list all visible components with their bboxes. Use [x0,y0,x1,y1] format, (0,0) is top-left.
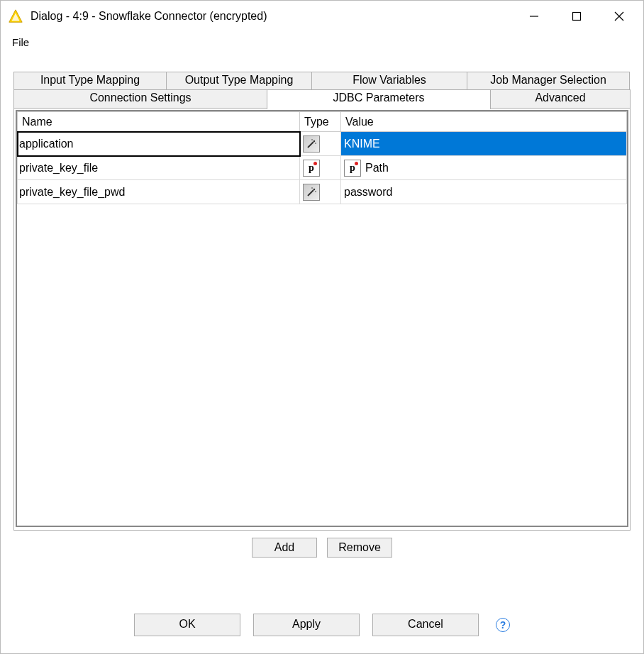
cell-type[interactable] [300,132,341,156]
value-text: KNIME [344,138,380,150]
remove-button[interactable]: Remove [327,538,392,558]
header-value[interactable]: Value [341,112,627,132]
header-name[interactable]: Name [18,112,300,132]
tab-connection-settings[interactable]: Connection Settings [13,89,267,109]
tab-bar: Input Type Mapping Output Type Mapping F… [13,72,631,109]
wand-icon [303,135,320,153]
title-bar: Dialog - 4:9 - Snowflake Connector (encr… [1,1,643,32]
table-header-row: Name Type Value [18,112,627,132]
svg-point-7 [313,140,315,141]
dialog-footer: OK Apply Cancel ? [1,614,643,636]
cancel-button[interactable]: Cancel [372,614,479,636]
table-row[interactable]: private_key_file Path [18,156,627,180]
path-value-icon [344,160,361,177]
path-type-icon [303,160,320,177]
dialog-content: Input Type Mapping Output Type Mapping F… [13,72,631,582]
cell-type[interactable] [300,180,341,204]
parameters-table[interactable]: Name Type Value application [17,111,627,204]
apply-button[interactable]: Apply [253,614,360,636]
table-row[interactable]: application KNIME [18,132,627,156]
table-row[interactable]: private_key_file_pwd password [18,180,627,204]
value-text: Path [365,162,389,174]
tab-output-type-mapping[interactable]: Output Type Mapping [166,72,312,90]
tab-advanced[interactable]: Advanced [490,89,631,109]
cell-value[interactable]: password [341,180,627,204]
ok-button[interactable]: OK [134,614,240,636]
window-controls [513,1,640,32]
tab-job-manager-selection[interactable]: Job Manager Selection [467,72,630,90]
tab-pane: Name Type Value application [13,108,631,531]
cell-value[interactable]: KNIME [341,132,627,156]
wand-icon [303,184,320,201]
window-title: Dialog - 4:9 - Snowflake Connector (encr… [30,10,513,23]
menu-bar: File [1,32,643,52]
add-button[interactable]: Add [252,538,317,558]
svg-line-10 [308,190,313,196]
svg-point-12 [315,191,316,192]
svg-line-6 [308,142,313,148]
cell-name[interactable]: private_key_file [18,156,300,180]
table-buttons: Add Remove [13,538,631,558]
cell-type[interactable] [300,156,341,180]
svg-point-11 [313,188,315,189]
tab-input-type-mapping[interactable]: Input Type Mapping [13,72,167,90]
tab-jdbc-parameters[interactable]: JDBC Parameters [267,89,491,109]
maximize-button[interactable] [555,1,598,32]
minimize-button[interactable] [513,1,555,32]
tab-flow-variables[interactable]: Flow Variables [311,72,467,90]
svg-point-13 [311,187,313,189]
svg-rect-3 [573,13,581,21]
cell-name[interactable]: private_key_file_pwd [18,180,300,204]
parameters-table-container: Name Type Value application [16,110,628,527]
svg-point-8 [315,143,316,144]
cell-name[interactable]: application [18,132,300,156]
svg-point-9 [311,139,313,140]
close-button[interactable] [598,1,640,32]
help-button[interactable]: ? [496,618,510,632]
header-type[interactable]: Type [300,112,341,132]
cell-value[interactable]: Path [341,156,627,180]
app-icon [8,9,23,24]
menu-file[interactable]: File [8,35,33,50]
value-text: password [344,186,392,199]
